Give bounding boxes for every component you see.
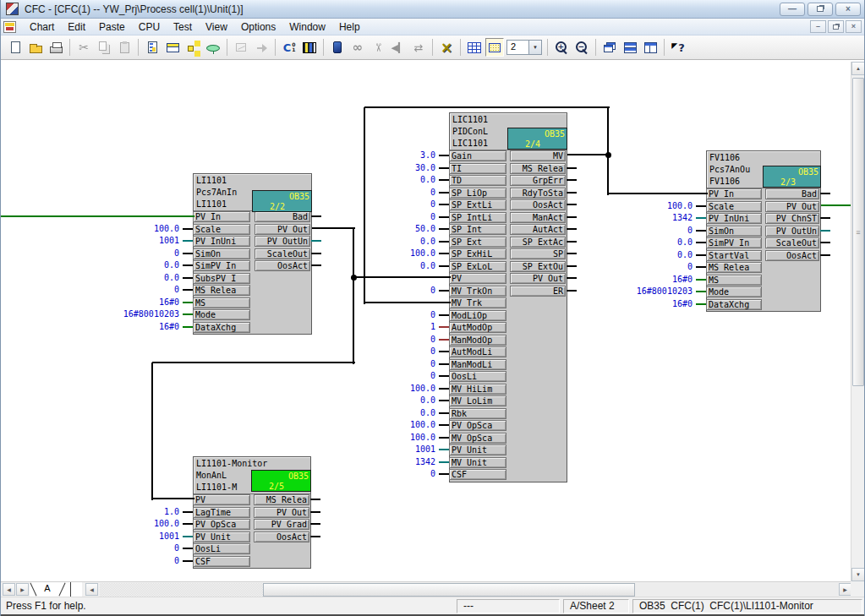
zoom-select-arrow-icon[interactable]: ▼ — [528, 41, 541, 54]
input-LIC1101-PV[interactable]: PV — [449, 273, 506, 284]
output-LI1101-Monitor-PV_Grad[interactable]: PV_Grad — [254, 519, 309, 530]
input-LIC1101-Rbk[interactable]: Rbk — [449, 408, 506, 419]
menu-edit[interactable]: Edit — [61, 19, 92, 35]
output-LIC1101-AutAct[interactable]: AutAct — [510, 224, 566, 235]
mdi-close-button[interactable]: × — [846, 20, 862, 33]
input-value-LIC1101-MV_Unit[interactable]: 1342 — [415, 456, 435, 467]
input-value-LI1101-PV_InUni[interactable]: 1001 — [159, 235, 179, 246]
input-value-LIC1101-SP_LiOp[interactable]: 0 — [430, 187, 435, 198]
input-value-LI1101-Mode[interactable]: 16#80010203 — [123, 308, 179, 319]
input-LI1101-Monitor-LagTime[interactable]: LagTime — [193, 507, 250, 518]
input-LIC1101-SP_Int[interactable]: SP_Int — [449, 224, 506, 235]
input-LIC1101-PV_OpSca[interactable]: PV_OpSca — [449, 420, 506, 431]
input-FV1106-DataXchg[interactable]: DataXchg — [706, 299, 762, 310]
input-value-LIC1101-AutModOp[interactable]: 1 — [430, 321, 435, 332]
input-LIC1101-SP_ExtLi[interactable]: SP_ExtLi — [449, 199, 506, 210]
input-value-LIC1101-OosLi[interactable]: 0 — [430, 370, 435, 381]
input-LIC1101-SP_Ext[interactable]: SP_Ext — [449, 237, 506, 248]
close-button[interactable]: × — [835, 3, 861, 16]
input-LIC1101-OosLi[interactable]: OosLi — [449, 371, 506, 382]
tab-scroll-right-button[interactable]: ▶ — [16, 583, 29, 596]
input-LIC1101-ManModLi[interactable]: ManModLi — [449, 359, 506, 370]
scroll-up-button[interactable]: ▲ — [851, 62, 865, 75]
input-LIC1101-MV_OpSca[interactable]: MV_OpSca — [449, 433, 506, 444]
input-LIC1101-MV_TrkOn[interactable]: MV_TrkOn — [449, 286, 506, 297]
input-FV1106-MS[interactable]: MS — [706, 275, 762, 286]
input-value-LIC1101-ManModOp[interactable]: 0 — [430, 334, 435, 345]
optimize-run-sequence-icon[interactable]: × — [437, 38, 456, 57]
input-value-LIC1101-MV_LoLim[interactable]: 0.0 — [420, 395, 435, 406]
input-value-LIC1101-PV_OpSca[interactable]: 100.0 — [410, 419, 435, 430]
menu-test[interactable]: Test — [167, 19, 199, 35]
output-LI1101-Monitor-OosAct[interactable]: OosAct — [254, 532, 309, 542]
input-LI1101-PV_InUni[interactable]: PV_InUni — [193, 236, 250, 247]
menu-help[interactable]: Help — [332, 19, 367, 35]
input-value-LI1101-SimPV_In[interactable]: 0.0 — [164, 259, 179, 270]
function-block-FV1106[interactable]: FV1106 Pcs7AnOu FV1106OB352/3PV_InScale1… — [706, 150, 821, 312]
input-LIC1101-MV_Trk[interactable]: MV_Trk — [449, 297, 506, 308]
input-LIC1101-TI[interactable]: TI — [449, 163, 506, 174]
input-LIC1101-Gain[interactable]: Gain — [449, 150, 506, 161]
input-value-LI1101-Monitor-OosLi[interactable]: 0 — [174, 542, 179, 553]
menu-paste[interactable]: Paste — [92, 19, 132, 35]
input-value-FV1106-Mode[interactable]: 16#80010203 — [637, 286, 693, 297]
open-icon[interactable] — [26, 38, 45, 57]
input-LIC1101-MV_HiLim[interactable]: MV_HiLim — [449, 384, 506, 395]
input-value-FV1106-MS_Relea[interactable]: 0 — [687, 261, 693, 272]
input-value-LIC1101-Gain[interactable]: 3.0 — [420, 150, 435, 161]
input-LIC1101-TD[interactable]: TD — [449, 175, 506, 186]
output-LIC1101-RdyToSta[interactable]: RdyToSta — [510, 188, 566, 199]
input-value-LIC1101-Rbk[interactable]: 0.0 — [420, 407, 435, 418]
input-value-LIC1101-TD[interactable]: 0.0 — [420, 174, 435, 185]
vertical-scroll-thumb[interactable]: ≡ — [852, 78, 864, 386]
output-LI1101-PV_Out[interactable]: PV_Out — [255, 224, 310, 235]
mdi-restore-button[interactable] — [828, 20, 844, 33]
input-LI1101-SubsPV_I[interactable]: SubsPV_I — [193, 273, 250, 284]
zoom-step-select[interactable]: 2▼ — [506, 40, 542, 55]
minimize-button[interactable]: — — [780, 3, 805, 16]
input-LIC1101-AutModLi[interactable]: AutModLi — [449, 346, 506, 357]
input-value-FV1106-DataXchg[interactable]: 16#0 — [672, 298, 693, 309]
output-LIC1101-ManAct[interactable]: ManAct — [510, 212, 566, 223]
input-value-LIC1101-MV_OpSca[interactable]: 100.0 — [410, 432, 435, 443]
menu-options[interactable]: Options — [234, 19, 282, 35]
input-value-LI1101-SimOn[interactable]: 0 — [174, 248, 179, 259]
function-block-LIC1101[interactable]: LIC1101 PIDConL LIC1101OB352/4Gain3.0TI3… — [449, 112, 567, 482]
input-value-LI1101-DataXchg[interactable]: 16#0 — [159, 321, 179, 332]
output-LI1101-OosAct[interactable]: OosAct — [255, 260, 310, 271]
input-value-FV1106-MS[interactable]: 16#0 — [672, 274, 693, 285]
input-value-LIC1101-AutModLi[interactable]: 0 — [430, 346, 435, 357]
input-value-LIC1101-SP_ExtLi[interactable]: 0 — [430, 199, 435, 210]
input-value-LI1101-Monitor-LagTime[interactable]: 1.0 — [164, 506, 179, 517]
input-value-LIC1101-SP_Int[interactable]: 50.0 — [415, 223, 435, 234]
horizontal-scroll-thumb[interactable] — [263, 583, 635, 597]
function-block-LI1101[interactable]: LI1101 Pcs7AnIn LI1101OB352/2PV_InScale1… — [193, 173, 312, 335]
input-LI1101-SimPV_In[interactable]: SimPV_In — [193, 260, 250, 271]
input-LI1101-Monitor-CSF[interactable]: CSF — [193, 556, 250, 567]
app-icon[interactable] — [6, 3, 19, 15]
output-LIC1101-SP_ExtOu[interactable]: SP_ExtOu — [510, 261, 566, 272]
output-FV1106-PV_Out[interactable]: PV_Out — [765, 201, 819, 212]
input-value-LI1101-Scale[interactable]: 100.0 — [154, 223, 179, 234]
mdi-minimize-button[interactable]: – — [810, 20, 826, 33]
grid-icon[interactable] — [465, 38, 484, 57]
input-LI1101-Monitor-PV_OpSca[interactable]: PV_OpSca — [193, 519, 250, 530]
input-FV1106-PV_In[interactable]: PV_In — [706, 188, 762, 199]
input-LIC1101-SP_IntLi[interactable]: SP_IntLi — [449, 212, 506, 223]
input-LIC1101-ModLiOp[interactable]: ModLiOp — [449, 310, 506, 321]
arrange-horizontal-icon[interactable] — [621, 38, 639, 57]
output-FV1106-PV_OutUn[interactable]: PV_OutUn — [765, 226, 819, 237]
tab-scroll-left-button[interactable]: ◀ — [3, 583, 15, 596]
input-LIC1101-MV_LoLim[interactable]: MV_LoLim — [449, 395, 506, 406]
hscroll-left-button[interactable]: ◀ — [85, 583, 98, 596]
context-help-icon[interactable]: ◤? — [669, 38, 687, 57]
menu-window[interactable]: Window — [282, 19, 332, 35]
input-FV1106-SimOn[interactable]: SimOn — [706, 226, 762, 237]
chart-canvas[interactable]: LI1101 Pcs7AnIn LI1101OB352/2PV_InScale1… — [1, 62, 852, 581]
output-LIC1101-ER[interactable]: ER — [510, 286, 566, 297]
menu-cpu[interactable]: CPU — [132, 19, 167, 35]
chart-document-icon[interactable] — [3, 21, 16, 33]
input-value-LIC1101-SP_ExHiL[interactable]: 100.0 — [410, 248, 435, 259]
input-LIC1101-PV_Unit[interactable]: PV_Unit — [449, 444, 506, 455]
input-value-LI1101-MS[interactable]: 16#0 — [159, 297, 179, 308]
